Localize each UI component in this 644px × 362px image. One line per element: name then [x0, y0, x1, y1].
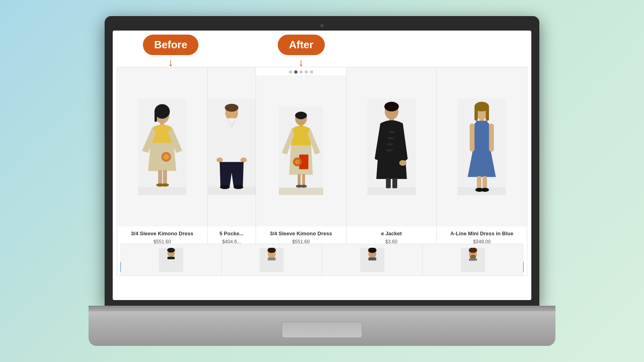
- svg-point-16: [217, 158, 223, 162]
- product-image-4: [347, 67, 437, 226]
- before-label: Before ↓: [143, 35, 198, 68]
- product-name-2: 5 Pocke...: [211, 230, 252, 237]
- svg-rect-28: [297, 174, 300, 186]
- svg-point-18: [220, 185, 229, 189]
- dot-1[interactable]: [289, 70, 292, 74]
- svg-point-15: [225, 104, 238, 112]
- mini-figure-3-icon: [360, 248, 384, 272]
- svg-point-57: [167, 248, 175, 253]
- svg-rect-4: [155, 110, 157, 122]
- figure-male-pants-icon: [208, 99, 256, 195]
- svg-point-19: [233, 185, 243, 189]
- svg-rect-44: [475, 107, 478, 121]
- svg-rect-45: [486, 107, 489, 121]
- svg-rect-33: [367, 187, 415, 195]
- product-name-4: e Jacket: [350, 230, 433, 237]
- product-name-5: A-Line Mini Dress in Blue: [440, 230, 524, 237]
- svg-rect-51: [477, 176, 481, 189]
- product-image-3: [256, 75, 346, 226]
- svg-point-27: [295, 160, 299, 164]
- product-image-5: [437, 67, 527, 226]
- before-badge: Before: [143, 35, 198, 55]
- camera: [320, 24, 324, 27]
- svg-point-54: [481, 188, 489, 192]
- screen: Before ↓ After ↓: [113, 31, 531, 300]
- product-image-1: [117, 67, 207, 226]
- svg-point-11: [161, 183, 169, 187]
- mini-figure-2-icon: [260, 248, 284, 272]
- svg-rect-66: [368, 257, 376, 261]
- svg-rect-9: [163, 170, 167, 184]
- product-image-2: [208, 67, 256, 226]
- svg-rect-52: [483, 176, 487, 189]
- svg-point-17: [240, 158, 247, 162]
- products-area: 3/4 Sleeve Kimono Dress $551.60 10 - $55…: [117, 67, 527, 276]
- svg-rect-8: [158, 170, 162, 184]
- laptop-base: [89, 306, 555, 346]
- laptop-hinge: [89, 306, 555, 311]
- mini-card-2: [222, 244, 322, 276]
- svg-rect-48: [484, 121, 487, 128]
- laptop-frame: Before ↓ After ↓: [89, 16, 555, 346]
- mini-card-3: [322, 244, 423, 276]
- svg-rect-71: [469, 258, 477, 261]
- mini-card-1: [121, 244, 222, 276]
- figure-kimono-back-icon: [117, 99, 207, 195]
- mini-figure-4-icon: [461, 248, 485, 272]
- product-name-3: 3/4 Sleeve Kimono Dress: [259, 230, 343, 237]
- carousel-dots: [289, 70, 313, 74]
- svg-rect-62: [268, 257, 276, 261]
- after-arrow: ↓: [278, 57, 325, 68]
- after-badge: After: [278, 35, 325, 55]
- svg-rect-13: [208, 187, 256, 195]
- svg-point-31: [300, 185, 307, 187]
- svg-rect-58: [167, 257, 175, 259]
- figure-kimono-front-icon: [256, 107, 346, 195]
- dot-5[interactable]: [310, 70, 313, 74]
- svg-rect-23: [295, 112, 307, 119]
- svg-point-7: [163, 154, 169, 160]
- mini-card-4: [423, 244, 523, 276]
- svg-rect-29: [302, 174, 305, 186]
- svg-rect-38: [386, 178, 390, 188]
- dot-4[interactable]: [305, 70, 308, 74]
- svg-rect-21: [279, 188, 323, 195]
- product-name-1: 3/4 Sleeve Kimono Dress: [120, 230, 204, 237]
- mini-figure-1-icon: [159, 248, 183, 272]
- figure-black-jacket-icon: [347, 99, 437, 195]
- svg-rect-47: [476, 121, 479, 128]
- before-arrow: ↓: [143, 57, 198, 68]
- svg-rect-39: [392, 178, 397, 188]
- dot-3[interactable]: [299, 70, 303, 74]
- dot-2[interactable]: [294, 70, 297, 74]
- svg-rect-49: [470, 123, 475, 152]
- svg-rect-1: [138, 187, 186, 195]
- screen-bezel: Before ↓ After ↓: [105, 16, 539, 306]
- svg-point-69: [470, 255, 476, 259]
- products-row2: [121, 244, 523, 276]
- laptop-trackpad: [282, 322, 362, 338]
- after-label: After ↓: [278, 35, 325, 68]
- screen-content: Before ↓ After ↓: [113, 31, 531, 300]
- figure-blue-dress-icon: [437, 99, 527, 195]
- svg-point-35: [384, 102, 398, 111]
- svg-point-37: [399, 160, 406, 166]
- svg-rect-50: [489, 123, 494, 152]
